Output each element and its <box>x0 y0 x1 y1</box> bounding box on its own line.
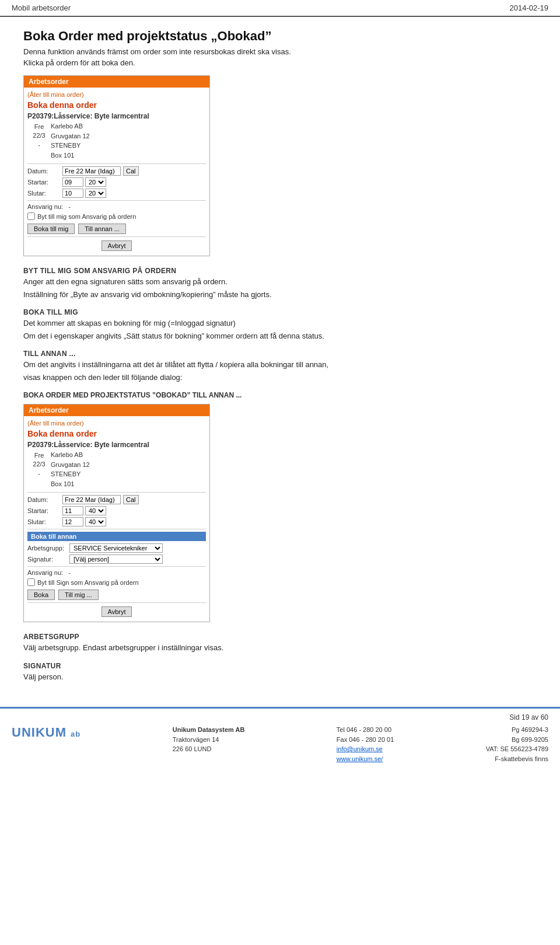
footer-company: Unikum Datasystem AB Traktorvägen 14 226… <box>173 725 245 754</box>
section-till-annan-label: TILL ANNAN ... <box>23 350 537 358</box>
widget1-address-block: Fre 22/3 - Karlebo AB Gruvgatan 12 STENE… <box>27 121 206 160</box>
widget1-order-detail: P20379:Låsservice: Byte larmcentral <box>27 112 206 120</box>
main-content: Boka Order med projektstatus „Obokad” De… <box>0 23 560 689</box>
widget2-header: Arbetsorder <box>24 404 209 416</box>
widget2-datum-row: Datum: Cal <box>27 495 206 504</box>
widget2-avbryt-button[interactable]: Avbryt <box>102 606 132 617</box>
widget2-boka-button[interactable]: Boka <box>27 590 55 600</box>
page-footer: Sid 19 av 60 UNIKUM ab Unikum Datasystem… <box>0 707 560 767</box>
widget2-back-link[interactable]: (Åter till mina order) <box>27 419 206 428</box>
widget1-body: (Åter till mina order) Boka denna order … <box>24 88 209 256</box>
section-signatur-label: SIGNATUR <box>23 662 537 670</box>
widget1-datum-input[interactable] <box>62 166 121 176</box>
footer-website-link[interactable]: www.unikum.se/ <box>337 755 383 762</box>
footer-contact: Tel 046 - 280 20 00 Fax 046 - 280 20 01 … <box>337 725 394 763</box>
widget1-checkbox-row: Byt till mig som Ansvarig på ordern <box>27 212 206 220</box>
widget2-avbryt-row: Avbryt <box>27 605 206 619</box>
widget1-avbryt-row: Avbryt <box>27 239 206 253</box>
page-date: 2014-02-19 <box>510 4 549 12</box>
widget1-button-row: Boka till mig Till annan ... <box>27 224 206 234</box>
widget1-till-annan-button[interactable]: Till annan ... <box>78 224 126 234</box>
widget2-startar-h[interactable] <box>62 506 83 515</box>
widget1-address-col: Karlebo AB Gruvgatan 12 STENEBY Box 101 <box>51 121 90 160</box>
widget2-arbetsgrupp-select[interactable]: SERVICE Servicetekniker <box>69 543 163 553</box>
section-byt-label: BYT TILL MIG SOM ANSVARIG PÅ ORDERN <box>23 267 537 275</box>
boka-order-label: BOKA ORDER MED PROJEKTSTATUS ”OBOKAD” TI… <box>23 391 537 399</box>
footer-page-info: Sid 19 av 60 <box>12 713 548 721</box>
widget2-checkbox-row: Byt till Sign som Ansvarig på ordern <box>27 578 206 586</box>
footer-logo: UNIKUM ab <box>12 725 80 740</box>
section-heading: Boka Order med projektstatus „Obokad” <box>23 29 537 44</box>
section-signatur-text: Välj person. <box>23 671 537 683</box>
widget2-button-row: Boka Till mig ... <box>27 590 206 600</box>
widget2-address-block: Fre 22/3 - Karlebo AB Gruvgatan 12 STENE… <box>27 450 206 489</box>
widget1-order-title: Boka denna order <box>27 100 206 110</box>
widget1-startar-h[interactable] <box>62 177 83 187</box>
widget1-slutar-row: Slutar: 20 <box>27 189 206 198</box>
widget2-boka-annan-bar: Boka till annan <box>27 532 206 541</box>
widget2-date-col: Fre 22/3 - <box>27 450 51 489</box>
widget1-slutar-h[interactable] <box>62 189 83 198</box>
section-till-annan-text: Om det angivits i inställningarna att de… <box>23 359 537 371</box>
widget2-ansvarig-row: Ansvarig nu: - <box>27 569 206 576</box>
widget1-checkbox[interactable] <box>27 212 35 220</box>
section-byt-text2: Inställning för „Byte av ansvarig vid om… <box>23 289 537 301</box>
widget2-checkbox[interactable] <box>27 578 35 586</box>
footer-email-link[interactable]: info@unikum.se <box>337 745 383 752</box>
widget2-datum-input[interactable] <box>62 495 121 504</box>
section-arbetsgrupp-text: Välj arbetsgrupp. Endast arbetsgrupper i… <box>23 642 537 654</box>
widget2-cal-button[interactable]: Cal <box>123 495 139 504</box>
footer-logo-text: UNIKUM ab <box>12 725 80 740</box>
section-intro: Denna funktion används främst om order s… <box>23 47 537 56</box>
section-boka-label: BOKA TILL MIG <box>23 308 537 316</box>
widget2-arbetsgrupp-row: Arbetsgrupp: SERVICE Servicetekniker <box>27 543 206 553</box>
widget1-startar-row: Startar: 20 <box>27 177 206 187</box>
widget2-startar-m-select[interactable]: 40 <box>85 506 106 515</box>
widget2-address-col: Karlebo AB Gruvgatan 12 STENEBY Box 101 <box>51 450 90 489</box>
widget1-header: Arbetsorder <box>24 76 209 88</box>
page-header: Mobil arbetsorder 2014-02-19 <box>0 0 560 17</box>
widget1-avbryt-button[interactable]: Avbryt <box>102 240 132 251</box>
widget2-order-detail: P20379:Låsservice: Byte larmcentral <box>27 441 206 449</box>
widget2-signatur-select[interactable]: [Välj person] <box>69 555 163 564</box>
page-title: Mobil arbetsorder <box>12 4 71 12</box>
widget2-order-title: Boka denna order <box>27 429 206 438</box>
widget2-startar-time: 40 <box>62 506 106 515</box>
widget1-startar-time: 20 <box>62 177 106 187</box>
section-arbetsgrupp-label: ARBETSGRUPP <box>23 633 537 641</box>
widget2-body: (Åter till mina order) Boka denna order … <box>24 416 209 622</box>
footer-bottom: UNIKUM ab Unikum Datasystem AB Traktorvä… <box>12 725 548 763</box>
widget1-date-col: Fre 22/3 - <box>27 121 51 160</box>
section-intro2: Klicka på ordern för att boka den. <box>23 58 537 67</box>
widget2-startar-row: Startar: 40 <box>27 506 206 515</box>
widget1-slutar-time: 20 <box>62 189 106 198</box>
widget1-back-link[interactable]: (Åter till mina order) <box>27 90 206 99</box>
footer-org: Pg 469294-3 Bg 699-9205 VAT: SE 556223-4… <box>486 725 548 763</box>
widget2-till-mig-button[interactable]: Till mig ... <box>58 590 99 600</box>
widget1-startar-m-select[interactable]: 20 <box>85 177 106 187</box>
page-number: Sid 19 av 60 <box>509 713 548 721</box>
widget1-cal-button[interactable]: Cal <box>123 166 139 176</box>
widget2-slutar-m-select[interactable]: 40 <box>85 517 106 526</box>
section-boka-text: Det kommer att skapas en bokning för mig… <box>23 318 537 329</box>
widget1-boka-mig-button[interactable]: Boka till mig <box>27 224 75 234</box>
widget1-slutar-m-select[interactable]: 20 <box>85 189 106 198</box>
section-byt-text: Anger att den egna signaturen sätts som … <box>23 276 537 288</box>
section-till-annan-text2: visas knappen och den leder till följand… <box>23 372 537 383</box>
widget1-datum-row: Datum: Cal <box>27 166 206 176</box>
widget2-slutar-time: 40 <box>62 517 106 526</box>
widget1-ansvarig-row: Ansvarig nu: - <box>27 203 206 210</box>
section-boka-text2: Om det i egenskaper angivits „Sätt statu… <box>23 330 537 342</box>
widget2: Arbetsorder (Åter till mina order) Boka … <box>23 404 210 622</box>
widget1: Arbetsorder (Åter till mina order) Boka … <box>23 75 210 256</box>
widget2-slutar-h[interactable] <box>62 517 83 526</box>
widget2-signatur-row: Signatur: [Välj person] <box>27 555 206 564</box>
widget2-slutar-row: Slutar: 40 <box>27 517 206 526</box>
